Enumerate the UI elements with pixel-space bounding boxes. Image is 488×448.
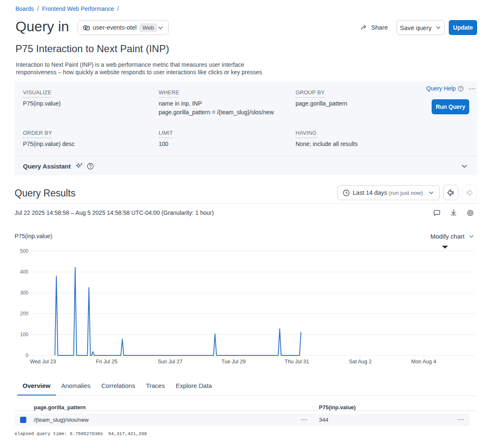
svg-text:Sat Aug 2: Sat Aug 2 [349, 359, 372, 365]
svg-text:Fri Jul 25: Fri Jul 25 [96, 359, 117, 365]
svg-text:0: 0 [25, 352, 28, 358]
svg-text:Tue Jul 29: Tue Jul 29 [222, 359, 246, 365]
svg-text:500: 500 [20, 248, 28, 254]
svg-text:400: 400 [20, 269, 28, 275]
svg-text:Thu Jul 31: Thu Jul 31 [285, 359, 309, 365]
svg-text:100: 100 [20, 332, 28, 337]
svg-text:300: 300 [20, 290, 28, 296]
svg-text:200: 200 [20, 311, 28, 317]
svg-text:Wed Jul 23: Wed Jul 23 [30, 359, 56, 365]
svg-text:Sun Jul 27: Sun Jul 27 [158, 359, 182, 365]
svg-text:Mon Aug 4: Mon Aug 4 [411, 359, 436, 365]
